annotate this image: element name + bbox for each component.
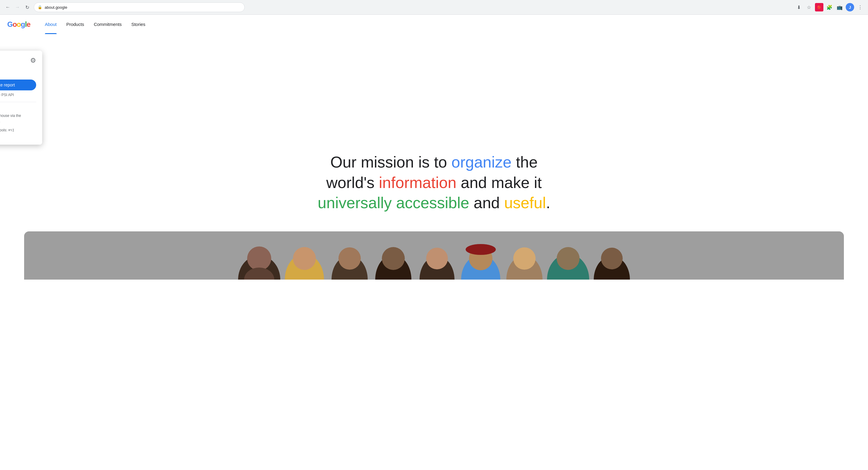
illustration-wrapper bbox=[0, 231, 868, 280]
bookmark-button[interactable]: ☆ bbox=[805, 3, 813, 11]
svg-point-8 bbox=[293, 247, 316, 270]
url-text: about.google bbox=[44, 5, 67, 10]
hero-section: Our mission is to organize the world's i… bbox=[0, 128, 868, 231]
hero-text: Our mission is to organize the world's i… bbox=[299, 152, 569, 213]
svg-point-21 bbox=[557, 247, 580, 270]
nav-about[interactable]: About bbox=[40, 15, 61, 34]
menu-button[interactable]: ⋮ bbox=[856, 3, 864, 11]
hero-word-organize: organize bbox=[452, 153, 512, 171]
popup-header: ⚙ bbox=[0, 57, 36, 76]
site-nav: Google About Products Commitments Storie… bbox=[0, 15, 868, 34]
popup-divider bbox=[0, 102, 36, 102]
svg-point-23 bbox=[601, 248, 623, 269]
profile-avatar[interactable]: J bbox=[846, 3, 854, 11]
back-button[interactable]: ← bbox=[4, 3, 12, 11]
devtools-desc: You can also run Lighthouse via the DevT… bbox=[0, 113, 36, 124]
forward-button[interactable]: → bbox=[13, 3, 22, 11]
svg-point-17 bbox=[466, 244, 496, 255]
illustration-strip bbox=[24, 231, 844, 280]
toolbar-right: ⬇ ☆ 🔴 🧩 📺 J ⋮ bbox=[795, 3, 864, 11]
reload-button[interactable]: ↻ bbox=[23, 3, 31, 11]
hero-word-universally: universally bbox=[318, 194, 392, 212]
svg-point-5 bbox=[247, 246, 271, 271]
page-wrapper: Google About Products Commitments Storie… bbox=[0, 15, 868, 280]
hero-word-useful: useful bbox=[504, 194, 546, 212]
hero-line2: world's information and make it bbox=[326, 174, 541, 191]
nav-products[interactable]: Products bbox=[61, 15, 89, 34]
browser-chrome: ← → ↻ 🔒 about.google ⬇ ☆ 🔴 🧩 📺 J ⋮ bbox=[0, 0, 868, 15]
generate-report-button[interactable]: Generate report bbox=[0, 80, 36, 90]
nav-commitments[interactable]: Commitments bbox=[89, 15, 127, 34]
address-bar[interactable]: 🔒 about.google bbox=[34, 2, 245, 12]
google-logo[interactable]: Google bbox=[7, 20, 30, 29]
psi-label: Uses the PSI API bbox=[0, 93, 36, 97]
hero-line3: universally accessible and useful. bbox=[318, 194, 550, 212]
download-button[interactable]: ⬇ bbox=[795, 3, 803, 11]
lighthouse-popup: ⚙ Generate report Uses the PSI API Chrom… bbox=[0, 51, 42, 145]
nav-buttons: ← → ↻ bbox=[4, 3, 31, 11]
browser-toolbar: ← → ↻ 🔒 about.google ⬇ ☆ 🔴 🧩 📺 J ⋮ bbox=[0, 0, 868, 14]
cast-button[interactable]: 📺 bbox=[835, 3, 844, 11]
lock-icon: 🔒 bbox=[38, 5, 42, 9]
lighthouse-extension-icon[interactable]: 🔴 bbox=[815, 3, 824, 11]
shortcut-text: Shortcut to open DevTools: ⌘⌥I(Cmd+Opt+I… bbox=[0, 127, 36, 138]
svg-point-19 bbox=[513, 247, 535, 270]
devtools-title: Chrome DevTools bbox=[0, 106, 36, 111]
hero-word-information: information bbox=[379, 174, 456, 191]
hero-line1: Our mission is to organize the bbox=[330, 153, 538, 171]
nav-links: About Products Commitments Stories bbox=[40, 15, 150, 34]
svg-point-12 bbox=[382, 247, 405, 270]
gear-icon[interactable]: ⚙ bbox=[30, 57, 36, 64]
people-illustration bbox=[24, 231, 844, 280]
svg-point-14 bbox=[426, 248, 448, 269]
nav-stories[interactable]: Stories bbox=[127, 15, 150, 34]
extensions-button[interactable]: 🧩 bbox=[825, 3, 834, 11]
svg-point-10 bbox=[338, 247, 361, 270]
hero-word-accessible: accessible bbox=[396, 194, 469, 212]
